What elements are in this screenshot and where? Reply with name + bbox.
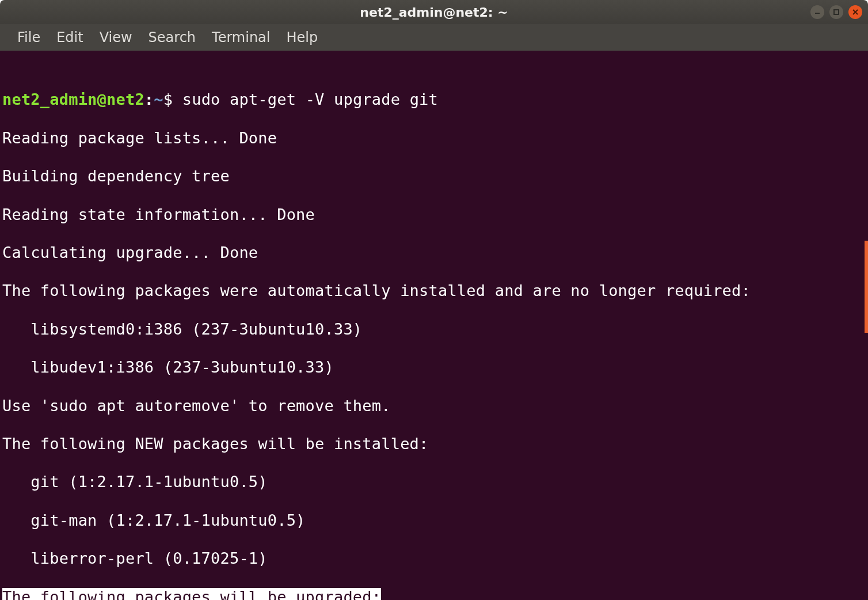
- output-line: liberror-perl (0.17025-1): [2, 549, 868, 568]
- title-bar[interactable]: net2_admin@net2: ~: [0, 0, 868, 24]
- minimize-button[interactable]: [810, 5, 824, 19]
- menu-view[interactable]: View: [92, 26, 140, 49]
- output-line: libudev1:i386 (237-3ubuntu10.33): [2, 358, 868, 377]
- menu-search[interactable]: Search: [140, 26, 204, 49]
- output-line: Reading state information... Done: [2, 205, 868, 224]
- window-title: net2_admin@net2: ~: [360, 5, 508, 20]
- menu-bar: File Edit View Search Terminal Help: [0, 24, 868, 51]
- close-button[interactable]: [848, 5, 862, 19]
- command-text: sudo apt-get -V upgrade git: [182, 90, 438, 108]
- prompt-user-host: net2_admin@net2: [2, 90, 144, 108]
- prompt-path: ~: [154, 90, 163, 108]
- menu-help[interactable]: Help: [279, 26, 326, 49]
- terminal-body[interactable]: net2_admin@net2:~$ sudo apt-get -V upgra…: [0, 51, 868, 600]
- output-line: The following NEW packages will be insta…: [2, 434, 868, 453]
- maximize-button[interactable]: [829, 5, 843, 19]
- prompt-line: net2_admin@net2:~$ sudo apt-get -V upgra…: [2, 90, 868, 109]
- prompt-colon: :: [144, 90, 154, 108]
- menu-file[interactable]: File: [9, 26, 48, 49]
- output-line: The following packages were automaticall…: [2, 281, 868, 300]
- output-line: Use 'sudo apt autoremove' to remove them…: [2, 396, 868, 415]
- prompt-symbol: $: [163, 90, 173, 108]
- svg-rect-1: [834, 10, 839, 14]
- output-line: Building dependency tree: [2, 166, 868, 185]
- menu-terminal[interactable]: Terminal: [204, 26, 278, 49]
- window-controls: [810, 0, 862, 24]
- output-line: Reading package lists... Done: [2, 128, 868, 147]
- output-line: libsystemd0:i386 (237-3ubuntu10.33): [2, 320, 868, 339]
- terminal-window: net2_admin@net2: ~ File Edit View Search…: [0, 0, 868, 600]
- output-line: git-man (1:2.17.1-1ubuntu0.5): [2, 511, 868, 530]
- output-line: Calculating upgrade... Done: [2, 243, 868, 262]
- menu-edit[interactable]: Edit: [48, 26, 91, 49]
- output-line: git (1:2.17.1-1ubuntu0.5): [2, 472, 868, 491]
- selected-text: The following packages will be upgraded:: [2, 588, 381, 600]
- scrollbar-thumb[interactable]: [865, 241, 868, 333]
- output-highlighted-line: The following packages will be upgraded:: [2, 587, 868, 600]
